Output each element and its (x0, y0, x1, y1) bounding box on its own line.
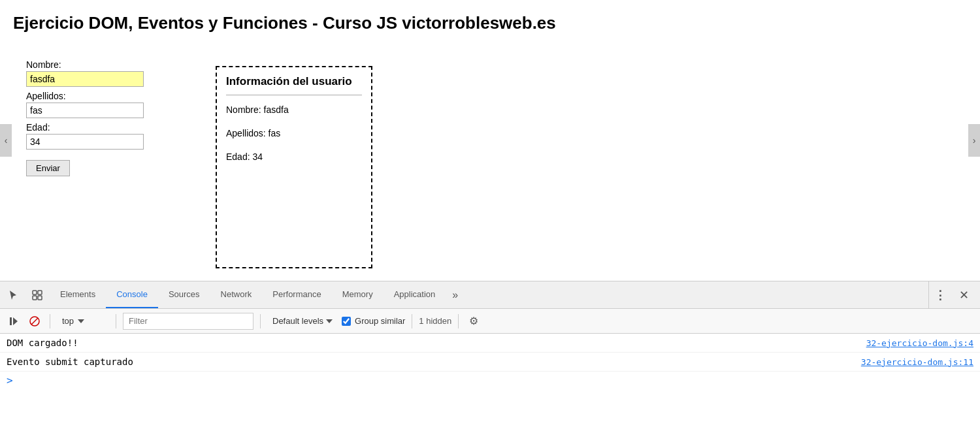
info-box-title: Información del usuario (226, 75, 362, 88)
main-content: ‹ › Ejercicio DOM, Eventos y Funciones -… (0, 0, 980, 281)
filter-input[interactable] (123, 313, 253, 330)
apellidos-group: Apellidos: (26, 91, 144, 118)
toolbar-divider-4 (412, 314, 412, 328)
run-icon-btn[interactable] (5, 313, 22, 330)
tab-elements[interactable]: Elements (50, 281, 106, 308)
context-chevron-icon (78, 319, 84, 323)
prompt-symbol: > (7, 374, 13, 387)
default-levels-btn[interactable]: Default levels (267, 315, 338, 327)
nombre-input[interactable] (26, 71, 144, 87)
apellidos-label: Apellidos: (26, 91, 144, 101)
apellidos-input[interactable] (26, 103, 144, 118)
svg-rect-2 (33, 296, 37, 300)
tab-application[interactable]: Application (384, 281, 446, 308)
hidden-count: 1 hidden (419, 316, 451, 326)
tab-memory[interactable]: Memory (332, 281, 384, 308)
settings-gear-icon[interactable]: ⚙ (465, 313, 482, 330)
inspect-icon-btn[interactable] (26, 284, 48, 306)
devtools-tab-bar: Elements Console Sources Network Perform… (0, 281, 980, 309)
group-similar-text: Group similar (355, 316, 405, 326)
svg-marker-5 (13, 317, 18, 325)
info-edad-field: Edad: 34 (226, 151, 362, 162)
console-source-1[interactable]: 32-ejercicio-dom.js:4 (866, 338, 973, 348)
submit-button[interactable]: Enviar (26, 160, 70, 176)
svg-rect-4 (10, 317, 12, 325)
svg-rect-1 (38, 291, 42, 295)
toolbar-divider-1 (50, 314, 50, 328)
page-title: Ejercicio DOM, Eventos y Funciones - Cur… (13, 13, 967, 33)
toolbar-divider-5 (458, 314, 459, 328)
clear-icon-btn[interactable] (26, 313, 43, 330)
edad-group: Edad: (26, 122, 144, 150)
info-box-divider (226, 95, 362, 95)
info-nombre-field: Nombre: fasdfa (226, 104, 362, 115)
console-message-1: DOM cargado!! (7, 338, 78, 348)
info-box: Información del usuario Nombre: fasdfa A… (216, 66, 372, 268)
devtools-panel: Elements Console Sources Network Perform… (0, 281, 980, 446)
edad-input[interactable] (26, 134, 144, 150)
console-output: DOM cargado!! 32-ejercicio-dom.js:4 Even… (0, 334, 980, 446)
devtools-menu-btn[interactable]: ⋮ (929, 284, 951, 306)
context-value: top (62, 316, 74, 326)
left-nav-arrow[interactable]: ‹ (0, 124, 12, 157)
edad-label: Edad: (26, 122, 144, 133)
info-apellidos-field: Apellidos: fas (226, 128, 362, 138)
svg-line-7 (31, 318, 38, 325)
console-line-2: Evento submit capturado 32-ejercicio-dom… (0, 353, 980, 372)
devtools-right-icons: ⋮ ✕ (928, 281, 980, 308)
svg-rect-3 (38, 296, 42, 300)
console-source-2[interactable]: 32-ejercicio-dom.js:11 (861, 357, 973, 367)
cursor-icon-btn[interactable] (3, 284, 25, 306)
console-line-1: DOM cargado!! 32-ejercicio-dom.js:4 (0, 334, 980, 353)
tab-sources[interactable]: Sources (158, 281, 210, 308)
levels-label: Default levels (272, 316, 323, 326)
group-similar-checkbox[interactable] (342, 317, 351, 326)
user-form: Nombre: Apellidos: Edad: Enviar (26, 59, 144, 176)
context-selector[interactable]: top (57, 315, 109, 327)
console-prompt[interactable]: > (0, 372, 980, 389)
nombre-group: Nombre: (26, 59, 144, 87)
right-nav-arrow[interactable]: › (968, 124, 980, 157)
nombre-label: Nombre: (26, 59, 144, 70)
tab-console[interactable]: Console (106, 281, 158, 308)
devtools-close-btn[interactable]: ✕ (953, 284, 975, 306)
levels-chevron-icon (326, 319, 333, 323)
console-message-2: Evento submit capturado (7, 357, 133, 367)
svg-rect-0 (33, 291, 37, 295)
group-similar-label[interactable]: Group similar (342, 316, 405, 326)
toolbar-divider-2 (116, 314, 116, 328)
more-tabs-btn[interactable]: » (446, 284, 465, 306)
toolbar-divider-3 (260, 314, 261, 328)
devtools-toolbar: top Default levels Group similar 1 hidde… (0, 309, 980, 334)
tab-network[interactable]: Network (210, 281, 263, 308)
tab-performance[interactable]: Performance (262, 281, 331, 308)
